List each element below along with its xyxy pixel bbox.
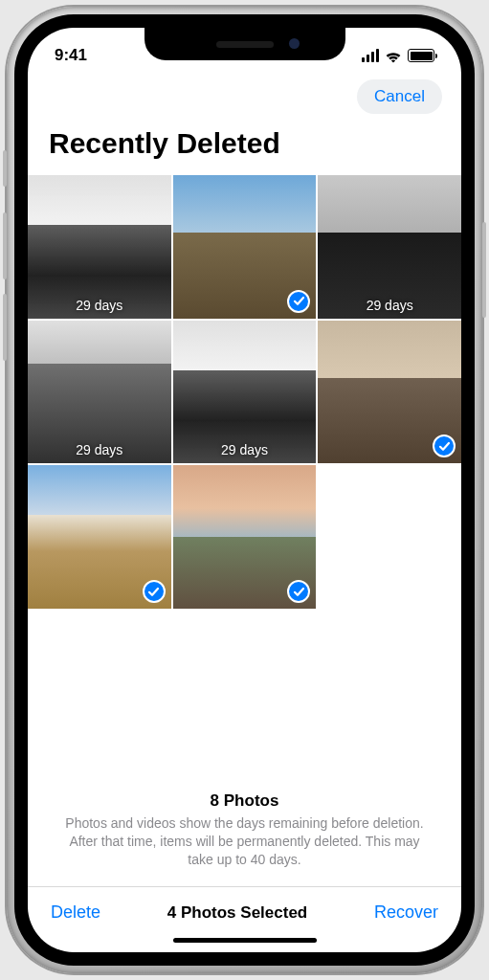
- earpiece-speaker: [216, 41, 274, 48]
- days-remaining-label: 29 days: [28, 298, 171, 313]
- status-time: 9:41: [55, 46, 87, 65]
- mute-switch: [3, 150, 7, 187]
- photo-thumbnail[interactable]: 29 days: [28, 321, 171, 464]
- power-button: [482, 222, 486, 318]
- days-remaining-label: 29 days: [318, 298, 461, 313]
- photo-thumbnail[interactable]: 29 days: [173, 321, 317, 464]
- summary-block: 8 Photos Photos and videos show the days…: [28, 791, 461, 886]
- deletion-note: Photos and videos show the days remainin…: [56, 814, 433, 869]
- nav-bar: Cancel: [28, 74, 461, 123]
- cellular-signal-icon: [362, 49, 380, 62]
- cancel-button[interactable]: Cancel: [357, 79, 442, 114]
- page-title: Recently Deleted: [28, 123, 461, 175]
- photo-grid: 29 days29 days29 days29 days: [28, 175, 461, 609]
- photo-thumbnail[interactable]: [173, 465, 317, 609]
- recover-button[interactable]: Recover: [374, 902, 438, 923]
- days-remaining-label: 29 days: [28, 442, 171, 457]
- volume-up: [3, 212, 7, 279]
- selected-checkmark-icon: [287, 290, 310, 313]
- selection-status: 4 Photos Selected: [167, 903, 307, 923]
- days-remaining-label: 29 days: [173, 442, 317, 457]
- photo-count: 8 Photos: [56, 791, 433, 811]
- home-indicator[interactable]: [173, 938, 317, 943]
- screen: 9:41 Cancel Recently Deleted 29 days29 d…: [28, 28, 461, 952]
- selected-checkmark-icon: [143, 580, 166, 603]
- photo-thumbnail[interactable]: [173, 175, 317, 319]
- photo-thumbnail[interactable]: 29 days: [28, 175, 171, 319]
- battery-icon: [408, 49, 434, 62]
- wifi-icon: [385, 49, 402, 62]
- front-camera: [289, 38, 300, 49]
- photo-thumbnail[interactable]: 29 days: [318, 175, 461, 319]
- bottom-toolbar: Delete 4 Photos Selected Recover: [28, 886, 461, 936]
- delete-button[interactable]: Delete: [51, 902, 100, 923]
- photo-thumbnail[interactable]: [28, 465, 171, 609]
- device-frame: 9:41 Cancel Recently Deleted 29 days29 d…: [7, 7, 482, 973]
- volume-down: [3, 294, 7, 361]
- notch: [144, 28, 345, 60]
- photo-thumbnail[interactable]: [318, 321, 461, 464]
